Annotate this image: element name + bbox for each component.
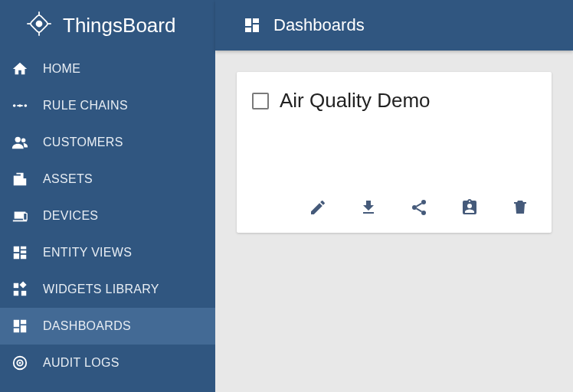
svg-point-7 xyxy=(25,104,28,107)
topbar: Dashboards xyxy=(215,0,573,51)
svg-rect-16 xyxy=(14,253,19,259)
svg-rect-15 xyxy=(21,250,26,253)
card-body xyxy=(237,120,552,190)
customers-icon xyxy=(11,133,29,152)
sidebar-item-label: RULE CHAINS xyxy=(43,99,128,113)
sidebar-item-label: DEVICES xyxy=(43,209,98,223)
card-header: Air Quality Demo xyxy=(237,72,552,120)
sidebar-item-assets[interactable]: ASSETS xyxy=(0,161,215,198)
export-button[interactable] xyxy=(359,199,378,219)
svg-rect-14 xyxy=(21,247,26,250)
dashboards-icon xyxy=(243,16,261,34)
svg-rect-29 xyxy=(245,18,251,26)
edit-button[interactable] xyxy=(308,199,328,219)
svg-rect-12 xyxy=(24,213,28,220)
svg-rect-30 xyxy=(253,18,259,23)
dashboards-icon xyxy=(11,317,29,335)
brand-title: ThingsBoard xyxy=(63,14,175,38)
sidebar-nav: HOME RULE CHAINS CUSTOMERS ASSETS DEVICE xyxy=(0,51,215,381)
sidebar-item-label: ASSETS xyxy=(43,172,93,186)
svg-rect-31 xyxy=(253,24,259,32)
sidebar-item-label: ENTITY VIEWS xyxy=(43,246,132,260)
svg-rect-21 xyxy=(20,282,27,289)
svg-rect-18 xyxy=(14,283,18,288)
brand-logo-icon xyxy=(23,8,55,43)
sidebar-item-rule-chains[interactable]: RULE CHAINS xyxy=(0,87,215,124)
sidebar-item-dashboards[interactable]: DASHBOARDS xyxy=(0,308,215,345)
share-button[interactable] xyxy=(409,199,429,219)
sidebar-item-customers[interactable]: CUSTOMERS xyxy=(0,124,215,161)
svg-point-6 xyxy=(13,104,16,107)
select-checkbox[interactable] xyxy=(252,93,269,109)
assets-icon xyxy=(11,170,29,188)
svg-point-34 xyxy=(412,205,417,210)
sidebar-item-label: HOME xyxy=(43,62,80,76)
sidebar-item-label: WIDGETS LIBRARY xyxy=(43,283,159,296)
svg-point-33 xyxy=(421,200,426,204)
svg-rect-20 xyxy=(21,291,26,296)
assign-icon xyxy=(460,198,479,220)
brand[interactable]: ThingsBoard xyxy=(0,0,215,51)
svg-rect-13 xyxy=(14,247,19,252)
content-area: Air Quality Demo xyxy=(215,51,573,392)
svg-rect-19 xyxy=(14,291,18,296)
svg-rect-22 xyxy=(14,320,19,327)
audit-logs-icon xyxy=(11,354,29,372)
share-icon xyxy=(410,198,428,220)
trash-icon xyxy=(511,198,529,220)
assign-button[interactable] xyxy=(460,199,480,219)
sidebar-item-widgets-library[interactable]: WIDGETS LIBRARY xyxy=(0,271,215,308)
svg-rect-23 xyxy=(21,320,26,325)
card-actions xyxy=(237,190,552,233)
svg-rect-25 xyxy=(14,328,19,333)
svg-point-35 xyxy=(421,211,426,215)
delete-button[interactable] xyxy=(510,199,530,219)
main: Dashboards Air Quality Demo xyxy=(215,0,573,392)
home-icon xyxy=(11,60,29,78)
sidebar-item-home[interactable]: HOME xyxy=(0,51,215,87)
svg-rect-32 xyxy=(245,28,251,32)
sidebar-item-audit-logs[interactable]: AUDIT LOGS xyxy=(0,345,215,381)
sidebar-item-entity-views[interactable]: ENTITY VIEWS xyxy=(0,234,215,271)
svg-point-1 xyxy=(37,21,42,27)
svg-point-10 xyxy=(15,137,21,142)
widgets-library-icon xyxy=(11,280,29,299)
devices-icon xyxy=(11,207,29,225)
sidebar-item-label: DASHBOARDS xyxy=(43,319,131,333)
dashboard-card-title: Air Quality Demo xyxy=(280,89,431,113)
page-title: Dashboards xyxy=(273,15,365,35)
svg-point-9 xyxy=(18,104,21,107)
svg-point-28 xyxy=(19,362,21,364)
rule-chains-icon xyxy=(11,96,29,115)
svg-point-11 xyxy=(21,139,26,143)
svg-rect-17 xyxy=(21,255,26,260)
dashboard-card[interactable]: Air Quality Demo xyxy=(237,72,552,233)
svg-rect-24 xyxy=(21,325,26,332)
sidebar-item-label: CUSTOMERS xyxy=(43,136,123,149)
sidebar: ThingsBoard HOME RULE CHAINS CUSTOMERS xyxy=(0,0,215,392)
sidebar-item-devices[interactable]: DEVICES xyxy=(0,198,215,234)
download-icon xyxy=(359,198,378,220)
sidebar-item-label: AUDIT LOGS xyxy=(43,356,120,370)
entity-views-icon xyxy=(11,243,29,262)
pencil-icon xyxy=(309,198,327,220)
